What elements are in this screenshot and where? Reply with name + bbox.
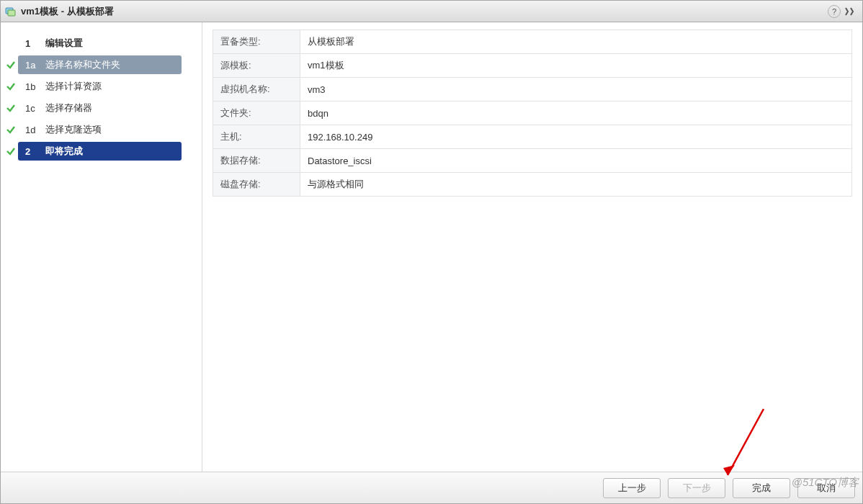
step-number: 1b	[25, 81, 45, 92]
table-row: 置备类型:从模板部署	[213, 30, 852, 54]
table-row: 源模板:vm1模板	[213, 54, 852, 78]
summary-value: 192.168.10.249	[300, 125, 852, 149]
finish-button[interactable]: 完成	[733, 478, 790, 498]
table-row: 数据存储:Datastore_iscsi	[213, 149, 852, 173]
next-button: 下一步	[668, 478, 725, 498]
wizard-window: vm1模板 - 从模板部署 ? 1 编辑设置	[0, 0, 863, 504]
step-title: 选择计算资源	[45, 80, 102, 93]
step-number: 1	[25, 38, 45, 49]
summary-key: 虚拟机名称:	[213, 78, 300, 102]
summary-value: Datastore_iscsi	[300, 149, 852, 173]
table-row: 磁盘存储:与源格式相同	[213, 173, 852, 197]
table-row: 文件夹:bdqn	[213, 102, 852, 125]
step-title: 编辑设置	[45, 37, 83, 50]
step-number: 1a	[25, 60, 45, 71]
summary-key: 磁盘存储:	[213, 173, 300, 197]
check-icon	[4, 81, 18, 91]
step-title: 即将完成	[45, 145, 83, 158]
summary-value: 与源格式相同	[300, 173, 852, 197]
wizard-step-1b[interactable]: 1b 选择计算资源	[1, 76, 202, 97]
table-row: 主机:192.168.10.249	[213, 125, 852, 149]
summary-key: 主机:	[213, 125, 300, 149]
summary-key: 文件夹:	[213, 102, 300, 125]
vm-template-icon	[5, 6, 17, 17]
wizard-footer: 上一步 下一步 完成 取消	[1, 472, 862, 503]
check-icon	[4, 103, 18, 113]
wizard-step-1d[interactable]: 1d 选择克隆选项	[1, 119, 202, 140]
summary-key: 置备类型:	[213, 30, 300, 54]
table-row: 虚拟机名称:vm3	[213, 78, 852, 102]
wizard-step-1[interactable]: 1 编辑设置	[1, 32, 202, 54]
titlebar: vm1模板 - 从模板部署 ?	[1, 1, 862, 22]
step-number: 1c	[25, 103, 45, 114]
wizard-step-2[interactable]: 2 即将完成	[1, 140, 202, 162]
step-title: 选择名称和文件夹	[45, 58, 120, 71]
summary-panel: 置备类型:从模板部署源模板:vm1模板虚拟机名称:vm3文件夹:bdqn主机:1…	[202, 22, 862, 472]
check-icon	[4, 146, 18, 156]
summary-value: vm3	[300, 78, 852, 102]
expand-icon[interactable]	[844, 4, 858, 19]
step-number: 2	[25, 146, 45, 157]
help-icon[interactable]: ?	[828, 5, 841, 18]
summary-key: 源模板:	[213, 54, 300, 78]
check-icon	[4, 125, 18, 135]
summary-value: 从模板部署	[300, 30, 852, 54]
step-title: 选择存储器	[45, 102, 92, 114]
step-title: 选择克隆选项	[45, 123, 102, 136]
summary-value: bdqn	[300, 102, 852, 125]
wizard-body: 1 编辑设置 1a 选择名称和文件夹 1b 选择计算	[1, 22, 862, 472]
wizard-step-1c[interactable]: 1c 选择存储器	[1, 97, 202, 119]
summary-key: 数据存储:	[213, 149, 300, 173]
window-title: vm1模板 - 从模板部署	[21, 5, 114, 18]
back-button[interactable]: 上一步	[603, 478, 661, 498]
wizard-step-1a[interactable]: 1a 选择名称和文件夹	[1, 54, 202, 76]
wizard-steps: 1 编辑设置 1a 选择名称和文件夹 1b 选择计算	[1, 22, 202, 472]
step-number: 1d	[25, 125, 45, 135]
svg-rect-1	[8, 10, 15, 16]
cancel-button[interactable]: 取消	[797, 478, 855, 498]
summary-value: vm1模板	[300, 54, 852, 78]
summary-table: 置备类型:从模板部署源模板:vm1模板虚拟机名称:vm3文件夹:bdqn主机:1…	[213, 30, 852, 197]
check-icon	[4, 60, 18, 70]
